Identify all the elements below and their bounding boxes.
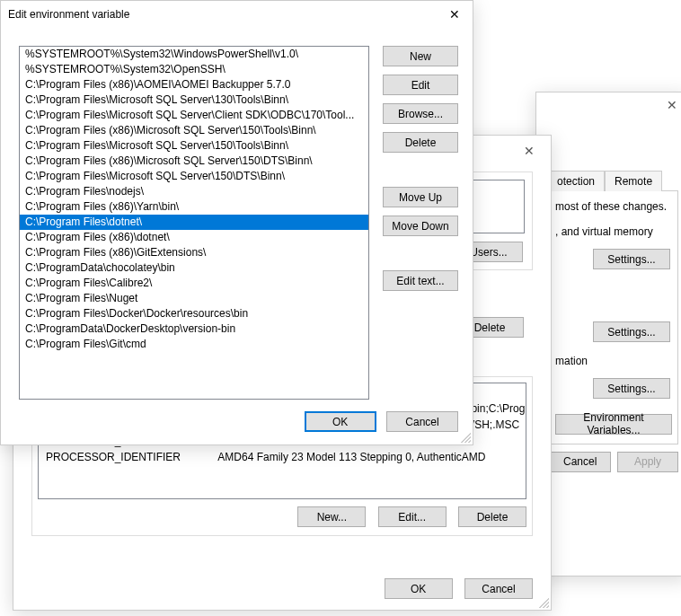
new-button[interactable]: New <box>383 46 458 66</box>
path-list-item[interactable]: C:\Program Files (x86)\Yarn\bin\ <box>20 199 368 215</box>
path-list-item[interactable]: C:\Program Files\Docker\Docker\resources… <box>20 306 368 321</box>
path-list-item[interactable]: %SYSTEMROOT%\System32\OpenSSH\ <box>20 62 368 77</box>
var-value: AMD64 Family 23 Model 113 Stepping 0, Au… <box>212 450 526 464</box>
env-vars-button[interactable]: Environment Variables... <box>555 414 672 435</box>
path-list-item[interactable]: C:\ProgramData\chocolatey\bin <box>20 260 368 276</box>
path-list-item[interactable]: C:\ProgramData\DockerDesktop\version-bin <box>20 321 368 337</box>
path-list-item[interactable]: C:\Program Files\Microsoft SQL Server\15… <box>20 169 368 184</box>
perf-settings-button[interactable]: Settings... <box>593 249 670 269</box>
sys-delete-button[interactable]: Delete <box>458 506 526 527</box>
ok-button[interactable]: OK <box>305 411 376 432</box>
resize-grip[interactable] <box>536 595 549 608</box>
path-list-item[interactable]: C:\Program Files (x86)\Microsoft SQL Ser… <box>20 123 368 138</box>
startup-label: mation <box>555 355 670 367</box>
perf-label: , and virtual memory <box>555 225 670 238</box>
system-properties-window: ✕ otection Remote most of these changes.… <box>535 92 681 576</box>
admin-msg: most of these changes. <box>555 200 670 213</box>
path-list-item[interactable]: C:\Program Files\Nuget <box>20 291 368 306</box>
startup-settings-button[interactable]: Settings... <box>593 378 670 399</box>
close-icon[interactable]: ✕ <box>511 137 547 164</box>
edit-env-var-window: Edit environment variable ✕ %SYSTEMROOT%… <box>0 0 473 445</box>
resize-grip[interactable] <box>458 430 471 443</box>
browse-button[interactable]: Browse... <box>383 103 458 124</box>
tab-remote[interactable]: Remote <box>605 171 662 191</box>
close-icon[interactable]: ✕ <box>660 96 681 114</box>
path-list-item[interactable]: C:\Program Files (x86)\dotnet\ <box>20 230 368 245</box>
path-list[interactable]: %SYSTEMROOT%\System32\WindowsPowerShell\… <box>19 46 369 400</box>
path-list-item[interactable]: C:\Program Files\Microsoft SQL Server\13… <box>20 92 368 108</box>
path-list-item[interactable]: C:\Program Files\Microsoft SQL Server\Cl… <box>20 108 368 123</box>
table-row[interactable]: PROCESSOR_IDENTIFIERAMD64 Family 23 Mode… <box>40 450 526 464</box>
tab-protection[interactable]: otection <box>547 171 605 191</box>
edit-button[interactable]: Edit <box>383 75 458 95</box>
path-list-item[interactable]: C:\Program Files (x86)\Microsoft SQL Ser… <box>20 154 368 169</box>
sysprop-cancel-button[interactable]: Cancel <box>550 452 611 472</box>
var-name: PROCESSOR_IDENTIFIER <box>40 450 210 464</box>
envvars-cancel-button[interactable]: Cancel <box>464 578 533 599</box>
path-list-item[interactable]: C:\Program Files\nodejs\ <box>20 184 368 199</box>
envvars-ok-button[interactable]: OK <box>385 578 453 599</box>
profiles-settings-button[interactable]: Settings... <box>593 321 670 342</box>
sys-edit-button[interactable]: Edit... <box>378 506 447 527</box>
tabs: otection Remote <box>547 170 678 191</box>
dialog-title: Edit environment variable <box>8 8 129 21</box>
path-list-item[interactable]: C:\Program Files\Calibre2\ <box>20 276 368 291</box>
path-list-item[interactable]: %SYSTEMROOT%\System32\WindowsPowerShell\… <box>20 47 368 62</box>
path-list-item[interactable]: C:\Program Files\Git\cmd <box>20 337 368 352</box>
sys-new-button[interactable]: New... <box>297 506 366 527</box>
move-down-button[interactable]: Move Down <box>383 216 458 236</box>
path-list-item[interactable]: C:\Program Files (x86)\GitExtensions\ <box>20 245 368 260</box>
path-list-item[interactable]: C:\Program Files (x86)\AOMEI\AOMEI Backu… <box>20 77 368 92</box>
path-list-item[interactable]: C:\Program Files\dotnet\ <box>20 215 368 230</box>
move-up-button[interactable]: Move Up <box>383 187 458 207</box>
sysprop-apply-button: Apply <box>617 452 678 472</box>
close-icon[interactable]: ✕ <box>437 1 473 28</box>
delete-button[interactable]: Delete <box>383 132 458 153</box>
path-list-item[interactable]: C:\Program Files\Microsoft SQL Server\15… <box>20 138 368 154</box>
edit-text-button[interactable]: Edit text... <box>383 270 458 291</box>
cancel-button[interactable]: Cancel <box>386 411 458 432</box>
